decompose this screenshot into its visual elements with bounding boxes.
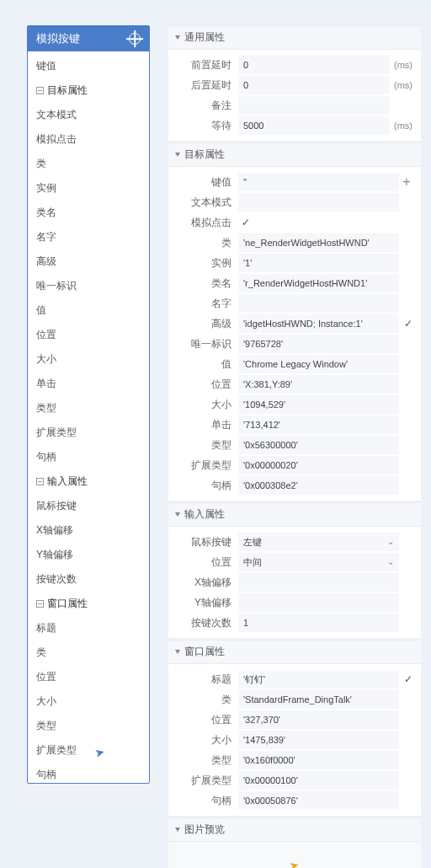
prop-label: 高级 [172, 317, 238, 331]
prop-input[interactable]: '1475,839' [238, 731, 399, 749]
preview-area: ➤ [168, 842, 421, 868]
prop-label: 大小 [172, 733, 238, 747]
input-pre-delay[interactable]: 0 [238, 56, 389, 74]
input-yoff[interactable] [238, 593, 399, 612]
prop-input[interactable]: '1' [238, 254, 399, 272]
tree-item[interactable]: 扩展类型 [28, 738, 149, 763]
tree-item[interactable]: 标题 [28, 616, 149, 640]
left-panel-title: 模拟按键 [36, 31, 80, 46]
prop-input[interactable]: 'StandardFrame_DingTalk' [238, 690, 399, 709]
trail-slot: ✓ [399, 318, 414, 330]
tree-item[interactable]: 按键次数 [28, 567, 149, 592]
tree-item[interactable]: 类型 [28, 396, 149, 421]
section-preview: 图片预览 ➤ [168, 817, 421, 868]
section-header-general[interactable]: 通用属性 [168, 25, 421, 50]
tree-item[interactable]: 类名 [28, 201, 149, 225]
property-tree: ➤ 键值目标属性文本模式模拟点击类实例类名名字高级唯一标识值位置大小单击类型扩展… [28, 51, 149, 783]
tree-item[interactable]: 位置 [28, 665, 149, 689]
collapse-icon[interactable] [36, 600, 44, 608]
select-mouse[interactable]: 左键⌄ [238, 533, 399, 551]
section-header-preview[interactable]: 图片预览 [168, 817, 421, 842]
tree-item[interactable]: 句柄 [28, 763, 149, 783]
prop-input[interactable] [238, 193, 399, 212]
collapse-icon[interactable] [36, 478, 44, 485]
prop-input[interactable]: '1094,529' [238, 395, 399, 414]
check-icon[interactable]: ✓ [401, 318, 412, 330]
chevron-down-icon [175, 650, 180, 654]
checkbox-checked[interactable]: ✓ [238, 217, 399, 228]
tree-item[interactable]: X轴偏移 [28, 518, 149, 543]
tree-item[interactable]: 输入属性 [28, 469, 149, 494]
section-header-input[interactable]: 输入属性 [168, 502, 421, 527]
tree-item[interactable]: 大小 [28, 689, 149, 714]
prop-label: 单击 [172, 418, 238, 432]
tree-item[interactable]: 唯一标识 [28, 274, 149, 298]
collapse-icon[interactable] [36, 87, 44, 94]
section-header-target[interactable]: 目标属性 [168, 142, 421, 167]
prop-input[interactable]: '713,412' [238, 415, 399, 434]
tree-item[interactable]: 鼠标按键 [28, 494, 149, 518]
left-panel-header[interactable]: 模拟按键 [28, 26, 149, 51]
tree-item[interactable]: 类 [28, 640, 149, 665]
tree-item[interactable]: 名字 [28, 225, 149, 249]
input-count[interactable]: 1 [238, 613, 399, 632]
tree-item[interactable]: 单击 [28, 372, 149, 396]
prop-input[interactable]: '0x56300000' [238, 436, 399, 454]
prop-label: 值 [172, 357, 238, 372]
prop-input[interactable]: '' [238, 173, 399, 191]
input-post-delay[interactable]: 0 [238, 76, 389, 94]
prop-input[interactable]: '0x000308e2' [238, 476, 399, 495]
prop-input[interactable]: 'X:381,Y:89' [238, 375, 399, 394]
prop-label: 扩展类型 [172, 774, 238, 788]
section-title: 目标属性 [184, 148, 225, 160]
plus-icon[interactable]: + [402, 174, 410, 189]
prop-label: 类型 [172, 438, 238, 453]
tree-item[interactable]: 扩展类型 [28, 421, 149, 445]
label-input-pos: 位置 [172, 555, 238, 570]
chevron-down-icon [175, 153, 180, 157]
input-wait[interactable]: 5000 [238, 116, 389, 135]
prop-input[interactable] [238, 294, 399, 313]
chevron-down-icon [175, 512, 180, 517]
prop-input[interactable]: '327,370' [238, 710, 399, 729]
tree-item[interactable]: 实例 [28, 176, 149, 201]
prop-input[interactable]: '0x00050876' [238, 791, 399, 810]
select-input-pos[interactable]: 中间⌄ [238, 553, 399, 571]
tree-item[interactable]: 文本模式 [28, 103, 149, 127]
section-header-window[interactable]: 窗口属性 [168, 640, 421, 664]
input-xoff[interactable] [238, 573, 399, 592]
label-yoff: Y轴偏移 [172, 596, 238, 610]
section-general: 通用属性 前置延时 0 (ms) 后置延时 0 (ms) 备注 [168, 25, 421, 141]
prop-input[interactable]: '0x160f0000' [238, 751, 399, 769]
cursor-icon: ➤ [288, 858, 301, 868]
prop-input[interactable]: '0x00000100' [238, 771, 399, 790]
target-icon[interactable] [129, 33, 141, 45]
tree-item[interactable]: 窗口属性 [28, 592, 149, 616]
tree-item[interactable]: 键值 [28, 54, 149, 78]
prop-label: 标题 [172, 672, 238, 687]
tree-item[interactable]: 目标属性 [28, 78, 149, 103]
prop-input[interactable]: 'r_RenderWidgetHostHWND1' [238, 274, 399, 292]
prop-input[interactable]: '0x00000020' [238, 456, 399, 474]
tree-item[interactable]: 值 [28, 298, 149, 323]
tree-item[interactable]: 类型 [28, 714, 149, 738]
label-remark: 备注 [172, 99, 238, 113]
tree-item[interactable]: Y轴偏移 [28, 543, 149, 567]
unit-ms: (ms) [389, 121, 414, 131]
tree-item[interactable]: 句柄 [28, 445, 149, 469]
tree-item[interactable]: 类 [28, 152, 149, 176]
tree-item[interactable]: 位置 [28, 323, 149, 347]
prop-input[interactable]: 'Chrome Legacy Window' [238, 355, 399, 373]
tree-item[interactable]: 模拟点击 [28, 127, 149, 152]
chevron-down-icon [175, 35, 180, 40]
tree-item[interactable]: 高级 [28, 249, 149, 274]
unit-ms: (ms) [389, 80, 414, 90]
prop-input[interactable]: 'idgetHostHWND; Instance:1' [238, 314, 399, 333]
prop-input[interactable]: '钉钉' [238, 670, 399, 689]
prop-input[interactable]: 'ne_RenderWidgetHostHWND' [238, 233, 399, 252]
check-icon[interactable]: ✓ [401, 673, 412, 685]
prop-input[interactable]: '9765728' [238, 335, 399, 353]
tree-item[interactable]: 大小 [28, 347, 149, 372]
prop-label: 扩展类型 [172, 458, 238, 473]
input-remark[interactable] [238, 96, 389, 115]
